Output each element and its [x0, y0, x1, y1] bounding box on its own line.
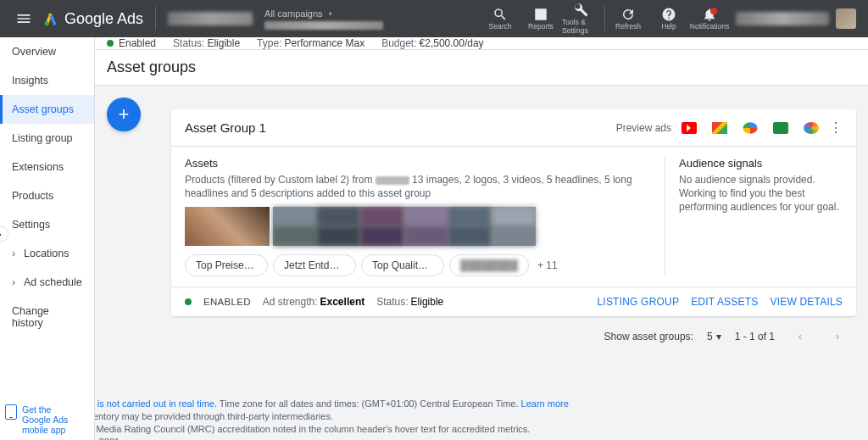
main-content: Enabled Status:Eligible Type:Performance… — [95, 37, 868, 440]
phone-icon — [5, 404, 17, 420]
asset-group-card: Asset Group 1 Preview ads ⋮ Assets — [171, 109, 856, 316]
chevron-down-icon: ▾ — [716, 331, 721, 343]
sidebar-item-locations[interactable]: ›Locations — [0, 239, 94, 268]
chevron-right-icon: › — [12, 248, 19, 259]
user-email-redacted — [736, 12, 829, 25]
reports-button[interactable]: Reports — [521, 0, 560, 37]
page-size-label: Show asset groups: — [604, 331, 693, 343]
pagination: Show asset groups: 5 ▾ 1 - 1 of 1 ‹ › — [171, 316, 856, 357]
search-button[interactable]: Search — [481, 0, 520, 37]
edit-assets-link[interactable]: EDIT ASSETS — [691, 296, 758, 308]
sidebar-item-listing-group[interactable]: Listing group — [0, 124, 94, 153]
status-dot-icon — [107, 40, 114, 47]
display-network-icon[interactable] — [804, 122, 819, 134]
footer-notes: Reporting is not carried out in real tim… — [95, 398, 856, 440]
breadcrumb-top: All campaigns — [264, 8, 322, 19]
reporting-note-link[interactable]: Reporting is not carried out in real tim… — [95, 398, 217, 409]
audience-description: No audience signals provided. Working to… — [679, 173, 843, 214]
headline-chip-redacted[interactable]: ████████ — [449, 254, 529, 276]
campaign-status-bar: Enabled Status:Eligible Type:Performance… — [95, 37, 868, 50]
thumbnail-image-redacted — [273, 207, 536, 246]
listing-group-link[interactable]: LISTING GROUP — [598, 296, 680, 308]
merchant-name-redacted — [376, 176, 409, 185]
enabled-text: ENABLED — [203, 297, 251, 307]
preview-ads-label: Preview ads — [616, 122, 671, 134]
more-chips-count[interactable]: + 11 — [537, 259, 558, 271]
brand-text: Google Ads — [64, 10, 143, 28]
google-search-icon[interactable] — [743, 122, 757, 133]
refresh-button[interactable]: Refresh — [609, 0, 648, 37]
next-page-button[interactable]: › — [826, 325, 849, 348]
asset-thumbnails[interactable] — [185, 207, 648, 246]
prev-page-button[interactable]: ‹ — [788, 325, 812, 348]
youtube-icon[interactable] — [682, 122, 697, 134]
discover-icon[interactable] — [773, 122, 788, 134]
view-details-link[interactable]: VIEW DETAILS — [770, 296, 843, 308]
audience-title: Audience signals — [679, 157, 843, 170]
headline-chip[interactable]: Top Qualität zu faire… — [361, 254, 444, 276]
sidebar-item-ad-schedule[interactable]: ›Ad schedule — [0, 268, 94, 297]
sidebar-item-change-history[interactable]: Change history — [0, 297, 94, 337]
card-header: Asset Group 1 Preview ads ⋮ — [171, 109, 856, 147]
mobile-app-cta[interactable]: Get the Google Ads mobile app — [5, 404, 81, 435]
assets-description: Products (filtered by Custom label 2) fr… — [185, 173, 648, 200]
page-size-select[interactable]: 5 ▾ — [707, 331, 721, 343]
tools-settings-button[interactable]: Tools & Settings — [562, 0, 601, 37]
notifications-button[interactable]: Notifications — [690, 0, 729, 37]
page-title: Asset groups — [95, 50, 868, 86]
sidebar-item-insights[interactable]: Insights — [0, 66, 94, 95]
sidebar: Overview Insights Asset groups Listing g… — [0, 37, 95, 440]
status-enabled: Enabled — [119, 37, 156, 49]
assets-title: Assets — [185, 157, 648, 170]
divider — [155, 7, 156, 31]
sidebar-item-settings[interactable]: Settings — [0, 210, 94, 239]
sidebar-item-extensions[interactable]: Extensions — [0, 153, 94, 181]
top-bar: Google Ads All campaigns Search Reports … — [0, 0, 868, 37]
asset-group-title: Asset Group 1 — [185, 120, 616, 135]
breadcrumb-campaign-redacted — [264, 21, 383, 30]
top-actions: Search Reports Tools & Settings Refresh … — [481, 0, 729, 37]
headline-chip[interactable]: Top Preise mit stark… — [185, 254, 268, 276]
notification-badge — [710, 8, 717, 14]
breadcrumb[interactable]: All campaigns — [264, 8, 383, 30]
more-menu-button[interactable]: ⋮ — [829, 120, 843, 136]
gmail-icon[interactable] — [712, 122, 727, 134]
thumbnail-image — [185, 207, 270, 246]
headline-chip[interactable]: Jetzt Entdecken — [273, 254, 356, 276]
headline-chips: Top Preise mit stark… Jetzt Entdecken To… — [185, 254, 648, 276]
sidebar-item-products[interactable]: Products — [0, 181, 94, 210]
sidebar-item-overview[interactable]: Overview — [0, 37, 94, 66]
svg-point-0 — [45, 21, 49, 25]
account-name-redacted — [168, 12, 253, 25]
learn-more-link[interactable]: Learn more — [521, 398, 569, 409]
card-footer: ENABLED Ad strength:Excellent Status:Eli… — [171, 287, 856, 316]
enabled-dot-icon — [185, 298, 192, 305]
page-range: 1 - 1 of 1 — [735, 331, 775, 343]
chevron-right-icon — [326, 9, 335, 18]
chevron-right-icon: › — [12, 276, 19, 288]
sidebar-item-asset-groups[interactable]: Asset groups — [0, 95, 94, 124]
add-asset-group-button[interactable]: + — [107, 97, 141, 131]
user-avatar[interactable] — [836, 8, 856, 29]
help-button[interactable]: Help — [649, 0, 688, 37]
google-ads-logo[interactable]: Google Ads — [42, 10, 143, 28]
menu-icon[interactable] — [7, 2, 41, 36]
